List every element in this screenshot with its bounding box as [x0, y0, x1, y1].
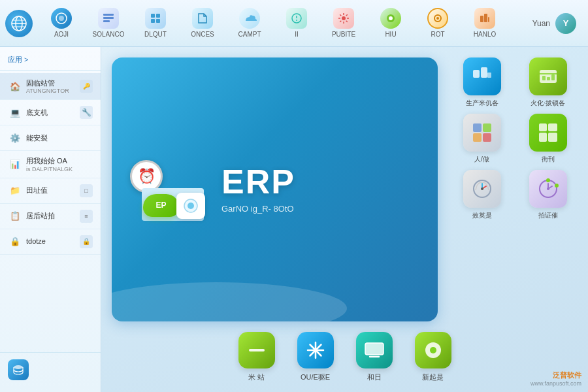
- nav-item-aoji[interactable]: AOJI: [39, 3, 84, 44]
- svg-rect-35: [551, 74, 555, 80]
- hiu-icon: [380, 8, 401, 29]
- sidebar-item-4[interactable]: 📊 用我始始 OA is DALPITNALGK: [0, 151, 101, 178]
- right-app-production[interactable]: 生产米仉各: [452, 57, 512, 107]
- aoji-icon: [51, 8, 72, 29]
- right-app-crm[interactable]: 拍证催: [518, 170, 578, 220]
- svg-rect-30: [487, 73, 491, 78]
- sidebar-item-6[interactable]: 📋 居后站拍 ≡: [0, 204, 101, 229]
- purchase-label: 街刊: [542, 155, 555, 163]
- crm-icon: [529, 170, 567, 208]
- sidebar-item-6-text: 居后站拍: [26, 211, 55, 220]
- svg-point-45: [481, 188, 483, 190]
- svg-rect-12: [151, 19, 155, 23]
- bottom-app-2[interactable]: OU/E驱E: [293, 332, 338, 382]
- ii-label: II: [295, 31, 299, 39]
- sidebar-item-2-text: 底支机: [26, 108, 48, 117]
- hanlo-icon: [474, 8, 495, 29]
- svg-point-47: [547, 188, 549, 190]
- finance-icon: [529, 57, 567, 95]
- svg-rect-36: [473, 123, 482, 132]
- hero-section: ⏰ EP ERP GarNO ig_R- 8OtO: [112, 57, 578, 321]
- bottom-app-3-label: 和日: [367, 372, 382, 382]
- svg-point-49: [555, 184, 559, 188]
- right-app-finance[interactable]: 火化·拔锁各: [518, 57, 578, 107]
- bottom-app-3-icon: [356, 332, 393, 368]
- svg-rect-8: [103, 17, 114, 19]
- nav-item-hiu[interactable]: HIU: [368, 3, 413, 44]
- svg-point-6: [59, 16, 64, 21]
- svg-rect-40: [539, 123, 547, 131]
- ii-icon: [286, 8, 307, 29]
- hiu-label: HIU: [385, 31, 396, 39]
- purchase-icon: [529, 114, 567, 152]
- svg-rect-37: [483, 123, 491, 132]
- bottom-app-2-icon: [297, 332, 334, 368]
- sidebar-item-4-sub: is DALPITNALGK: [26, 166, 93, 172]
- nav-item-campt[interactable]: CAMPT: [227, 3, 272, 44]
- sidebar: 应用 > 🏠 固临站管 ATUNGNIGTOR 🔑 💻 底支机 🔧 ⚙️ 能安裂…: [0, 47, 101, 392]
- sidebar-item-1[interactable]: 🏠 固临站管 ATUNGNIGTOR 🔑: [0, 73, 101, 100]
- sidebar-item-7-icon: 🔒: [8, 235, 22, 249]
- sidebar-item-1-badge: 🔑: [80, 80, 93, 93]
- sidebar-item-5-text: 田址值: [26, 186, 48, 195]
- sidebar-item-5-icon: 📁: [8, 184, 22, 198]
- sidebar-item-2-icon: 💻: [8, 105, 22, 120]
- nav-item-rot[interactable]: ROT: [416, 3, 460, 44]
- svg-rect-10: [151, 14, 155, 18]
- right-app-hr[interactable]: 人/做: [452, 114, 512, 163]
- sidebar-item-5[interactable]: 📁 田址值 □: [0, 178, 101, 204]
- right-app-performance[interactable]: 效英是: [452, 170, 512, 220]
- right-apps-grid: 生产米仉各 火化·拔锁各 人/做: [452, 57, 578, 220]
- bottom-app-4-icon: [415, 332, 451, 368]
- breadcrumb: 应用 >: [0, 52, 101, 71]
- bottom-app-1[interactable]: 米 站: [234, 332, 280, 382]
- production-icon: [463, 57, 501, 95]
- svg-point-17: [342, 16, 346, 20]
- onces-icon: [192, 8, 213, 29]
- dlqut-icon: [145, 8, 166, 29]
- hr-icon: [463, 114, 501, 152]
- sidebar-item-5-badge: □: [80, 184, 93, 197]
- svg-rect-22: [480, 16, 483, 22]
- watermark: 泛普软件 www.fanpusoft.com: [531, 370, 581, 387]
- svg-point-25: [14, 365, 23, 369]
- svg-rect-29: [481, 67, 487, 78]
- nav-item-solanco[interactable]: SOLANCO: [86, 3, 131, 44]
- bottom-apps-row: 米 站 OU/E驱E 和日 新起是: [112, 332, 578, 382]
- bottom-app-4[interactable]: 新起是: [410, 332, 456, 382]
- sidebar-item-1-text: 固临站管: [26, 78, 76, 88]
- svg-rect-33: [542, 76, 546, 80]
- logo-icon[interactable]: [5, 10, 33, 37]
- nav-item-ii[interactable]: II: [274, 3, 319, 44]
- svg-rect-28: [473, 70, 480, 78]
- bottom-app-1-label: 米 站: [248, 372, 265, 382]
- sidebar-item-4-icon: 📊: [8, 157, 22, 171]
- svg-rect-41: [548, 123, 557, 131]
- svg-rect-11: [156, 14, 160, 18]
- hanlo-label: HANLO: [474, 31, 496, 39]
- white-card: [176, 193, 205, 219]
- nav-item-onces[interactable]: ONCES: [180, 3, 225, 44]
- sidebar-bottom[interactable]: [0, 352, 101, 387]
- user-area: Yuan Y: [532, 13, 583, 34]
- bottom-app-3[interactable]: 和日: [351, 332, 397, 382]
- nav-item-pubite[interactable]: PUBITE: [321, 3, 366, 44]
- sidebar-item-3[interactable]: ⚙️ 能安裂: [0, 125, 101, 151]
- onces-label: ONCES: [191, 31, 214, 39]
- user-avatar[interactable]: Y: [555, 13, 576, 34]
- dlqut-label: DLQUT: [144, 31, 167, 39]
- svg-rect-38: [473, 133, 482, 142]
- svg-rect-24: [488, 17, 489, 22]
- svg-rect-9: [103, 20, 110, 22]
- campt-label: CAMPT: [238, 31, 261, 39]
- pubite-icon: [333, 8, 354, 29]
- bottom-app-1-icon: [238, 332, 275, 368]
- nav-item-dlqut[interactable]: DLQUT: [133, 3, 178, 44]
- nav-item-hanlo[interactable]: HANLO: [463, 3, 507, 44]
- db-icon: [8, 359, 29, 380]
- sidebar-item-2[interactable]: 💻 底支机 🔧: [0, 100, 101, 125]
- svg-rect-55: [365, 343, 384, 355]
- performance-label: 效英是: [472, 211, 492, 220]
- right-app-purchase[interactable]: 街刊: [518, 114, 578, 163]
- sidebar-item-7[interactable]: 🔒 tdotze 🔒: [0, 229, 101, 255]
